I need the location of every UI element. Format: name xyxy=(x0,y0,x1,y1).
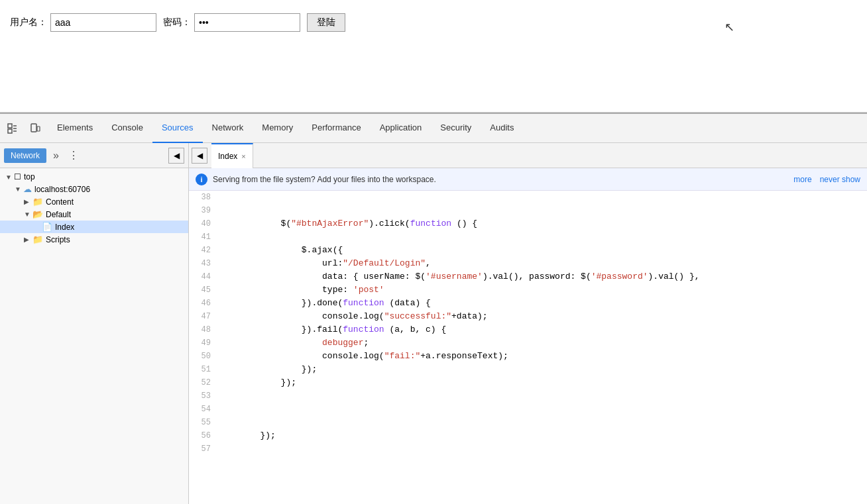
tree-arrow-scripts: ▶ xyxy=(24,236,30,243)
svg-rect-6 xyxy=(37,126,40,131)
back-nav-btn[interactable]: ◀ xyxy=(192,148,207,164)
tree-arrow-default: ▼ xyxy=(24,211,30,218)
sidebar-options-btn[interactable]: ⋮ xyxy=(66,148,82,163)
index-tab-label: Index xyxy=(218,152,237,161)
sidebar-toggle-btn[interactable]: ◀ xyxy=(168,148,184,164)
code-line-55: 55 xyxy=(189,416,867,429)
tree-label-default: Default xyxy=(46,210,71,219)
info-icon: i xyxy=(196,174,207,185)
code-editor[interactable]: 38 39 40 $("#btnAjaxError").click(functi… xyxy=(189,191,867,504)
tab-network[interactable]: Network xyxy=(203,114,253,143)
tree-item-default[interactable]: ▼ 📂 Default xyxy=(0,208,188,221)
folder-icon-scripts: 📁 xyxy=(32,234,43,244)
tab-audits[interactable]: Audits xyxy=(481,114,523,143)
index-tab-close[interactable]: × xyxy=(241,152,245,160)
password-input[interactable] xyxy=(194,13,300,32)
code-line-52: 52 }); xyxy=(189,376,867,389)
code-line-41: 41 xyxy=(189,230,867,244)
code-line-54: 54 xyxy=(189,403,867,416)
code-line-49: 49 debugger; xyxy=(189,336,867,350)
never-show-link[interactable]: never show xyxy=(820,175,860,184)
tree-label-localhost: localhost:60706 xyxy=(34,185,90,194)
tree-arrow-top: ▼ xyxy=(5,174,12,181)
tree-label-top: top xyxy=(24,172,35,181)
webpage-area: 用户名： 密码： 登陆 ↖ xyxy=(0,0,867,113)
code-line-44: 44 data: { userName: $('#username').val(… xyxy=(189,270,867,283)
tab-memory[interactable]: Memory xyxy=(253,114,302,143)
inspect-element-icon[interactable] xyxy=(3,119,23,138)
folder-icon-default: 📂 xyxy=(32,209,43,219)
folder-icon-content: 📁 xyxy=(32,197,43,207)
tab-console[interactable]: Console xyxy=(102,114,152,143)
info-links: more never show xyxy=(793,175,860,184)
code-line-42: 42 $.ajax({ xyxy=(189,244,867,257)
username-field: 用户名： xyxy=(10,13,156,32)
sidebar-toolbar: Network » ⋮ ◀ xyxy=(0,143,188,168)
code-line-50: 50 console.log("fail:"+a.responseText); xyxy=(189,350,867,363)
tree-item-top[interactable]: ▼ ☐ top xyxy=(0,171,188,183)
tab-performance[interactable]: Performance xyxy=(302,114,370,143)
tree-item-content[interactable]: ▶ 📁 Content xyxy=(0,195,188,208)
password-field: 密码： xyxy=(163,13,300,32)
tree-item-scripts[interactable]: ▶ 📁 Scripts xyxy=(0,233,188,246)
username-input[interactable] xyxy=(50,13,156,32)
tab-elements[interactable]: Elements xyxy=(48,114,102,143)
tree-label-content: Content xyxy=(46,197,74,207)
file-tree: ▼ ☐ top ▼ ☁ localhost:60706 ▶ 📁 Content xyxy=(0,168,188,504)
password-label: 密码： xyxy=(163,17,191,28)
info-bar: i Serving from the file system? Add your… xyxy=(189,168,867,191)
tree-item-index[interactable]: 📄 Index xyxy=(0,221,188,233)
code-line-48: 48 }).fail(function (a, b, c) { xyxy=(189,323,867,336)
code-line-53: 53 xyxy=(189,389,867,403)
sources-sidebar: Network » ⋮ ◀ ▼ ☐ top ▼ ☁ localhost:6070… xyxy=(0,143,189,504)
info-message: Serving from the file system? Add your f… xyxy=(213,175,788,184)
login-button[interactable]: 登陆 xyxy=(307,13,345,32)
username-label: 用户名： xyxy=(10,17,47,28)
tree-arrow-localhost: ▼ xyxy=(15,185,21,193)
svg-rect-0 xyxy=(8,124,12,128)
code-line-47: 47 console.log("successful:"+data); xyxy=(189,310,867,323)
code-line-51: 51 }); xyxy=(189,363,867,376)
code-line-43: 43 url:"/Default/Login", xyxy=(189,257,867,270)
cursor-indicator: ↖ xyxy=(724,20,734,34)
devtools-tab-bar: Elements Console Sources Network Memory … xyxy=(0,114,867,143)
tab-application[interactable]: Application xyxy=(371,114,432,143)
tree-arrow-index xyxy=(33,223,40,230)
file-icon-index: 📄 xyxy=(42,222,52,232)
content-area: ◀ Index × i Serving from the file system… xyxy=(189,143,867,504)
code-line-40: 40 $("#btnAjaxError").click(function () … xyxy=(189,217,867,230)
devtools-panel: Elements Console Sources Network Memory … xyxy=(0,113,867,504)
cloud-icon: ☁ xyxy=(23,184,32,194)
more-link[interactable]: more xyxy=(793,175,811,184)
code-line-46: 46 }).done(function (data) { xyxy=(189,297,867,310)
folder-icon-top: ☐ xyxy=(14,172,21,181)
tab-security[interactable]: Security xyxy=(431,114,481,143)
index-tab[interactable]: Index × xyxy=(211,143,253,168)
svg-rect-4 xyxy=(8,129,12,133)
tree-label-scripts: Scripts xyxy=(46,235,70,244)
tree-label-index: Index xyxy=(55,223,74,232)
more-tabs-btn[interactable]: » xyxy=(49,148,63,163)
code-line-57: 57 xyxy=(189,442,867,456)
svg-rect-5 xyxy=(31,124,36,132)
devtools-main: Network » ⋮ ◀ ▼ ☐ top ▼ ☁ localhost:6070… xyxy=(0,143,867,504)
code-line-39: 39 xyxy=(189,204,867,217)
code-line-56: 56 }); xyxy=(189,429,867,442)
device-toolbar-icon[interactable] xyxy=(25,119,45,138)
code-line-45: 45 type: 'post' xyxy=(189,283,867,297)
tree-arrow-content: ▶ xyxy=(24,198,30,205)
tab-sources[interactable]: Sources xyxy=(152,114,203,143)
tree-item-localhost[interactable]: ▼ ☁ localhost:60706 xyxy=(0,183,188,195)
code-line-38: 38 xyxy=(189,191,867,204)
content-tab-bar: ◀ Index × xyxy=(189,143,867,168)
network-tab-btn[interactable]: Network xyxy=(4,148,46,163)
